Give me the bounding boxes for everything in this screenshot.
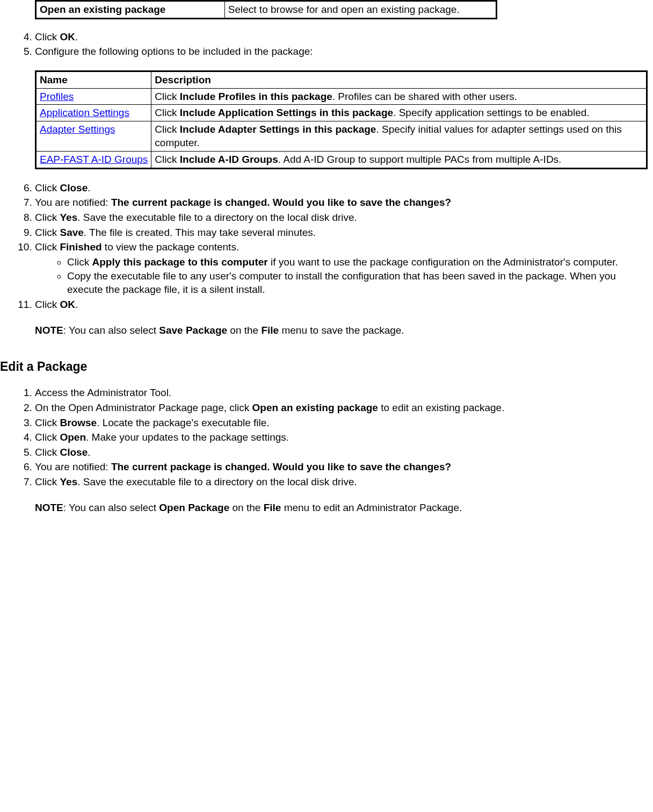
bold: Include Application Settings in this pac… (180, 107, 393, 118)
table-row: Application Settings Click Include Appli… (36, 105, 647, 121)
note-open-package: NOTE: You can also select Open Package o… (35, 501, 648, 515)
desc-cell: Click Include Application Settings in th… (151, 105, 647, 121)
open-existing-table: Open an existing package Select to brows… (35, 0, 497, 19)
link-application-settings[interactable]: Application Settings (40, 107, 129, 118)
text: . (88, 447, 90, 458)
edit-step-3: Click Browse. Locate the package's execu… (35, 416, 648, 430)
bold: Yes (60, 476, 77, 487)
text: Click (35, 241, 60, 253)
edit-step-5: Click Close. (35, 445, 648, 459)
options-table: Name Description Profiles Click Include … (35, 70, 648, 169)
bold: OK (60, 31, 75, 42)
note-save-package: NOTE: You can also select Save Package o… (35, 324, 648, 337)
table-row: Open an existing package Select to brows… (36, 1, 497, 19)
bold: Save Package (159, 325, 227, 336)
text: to view the package contents. (102, 241, 240, 253)
text: You are notified: (35, 461, 111, 472)
text: Click (155, 154, 179, 165)
step-6: Click Close. (35, 181, 648, 195)
text: Click (35, 31, 60, 42)
col-description: Description (151, 71, 647, 88)
text: . Make your updates to the package setti… (86, 432, 289, 443)
text: Click (155, 124, 179, 135)
create-package-steps: Click OK. Configure the following option… (16, 30, 648, 337)
edit-step-4: Click Open. Make your updates to the pac… (35, 430, 648, 444)
note-label: NOTE (35, 502, 63, 513)
text: to edit an existing package. (378, 402, 505, 413)
bold: Browse (60, 417, 97, 428)
open-existing-desc: Select to browse for and open an existin… (224, 1, 496, 19)
text: . (75, 31, 78, 42)
step-8: Click Yes. Save the executable file to a… (35, 211, 648, 225)
bold: Save (60, 227, 83, 238)
text: . Add A-ID Group to support multiple PAC… (278, 154, 562, 165)
bold: OK (60, 299, 75, 310)
text: . Save the executable file to a director… (77, 212, 357, 223)
table-row: Adapter Settings Click Include Adapter S… (36, 121, 647, 151)
table-row: EAP-FAST A-ID Groups Click Include A-ID … (36, 152, 647, 169)
step-10-sublist: Click Apply this package to this compute… (56, 255, 648, 297)
text: Copy the executable file to any user's c… (67, 270, 616, 296)
bold: Include Adapter Settings in this package (180, 124, 376, 135)
text: on the (227, 325, 261, 336)
text: Click (35, 476, 60, 487)
bold: Open an existing package (252, 402, 378, 413)
text: : You can also select (63, 325, 159, 336)
edit-step-6: You are notified: The current package is… (35, 460, 648, 474)
bold: Open (60, 432, 86, 443)
bold: File (264, 502, 281, 513)
desc-cell: Click Include Profiles in this package. … (151, 88, 647, 105)
text: . Save the executable file to a director… (77, 476, 357, 487)
text: Click (67, 256, 92, 268)
bold: Close (60, 447, 88, 458)
edit-step-1: Access the Administrator Tool. (35, 386, 648, 400)
text: on the (229, 502, 263, 513)
bold: Include A-ID Groups (180, 154, 278, 165)
text: menu to edit an Administrator Package. (281, 502, 462, 513)
step-7: You are notified: The current package is… (35, 196, 648, 210)
text: . Locate the package's executable file. (97, 417, 270, 428)
open-existing-package-row: Open an existing package Select to brows… (35, 0, 497, 19)
bold: Include Profiles in this package (180, 91, 332, 102)
note-label: NOTE (35, 325, 63, 336)
bold: Yes (60, 212, 77, 223)
table-row: Profiles Click Include Profiles in this … (36, 88, 647, 105)
bold: The current package is changed. Would yo… (111, 461, 451, 472)
bold: Finished (60, 241, 101, 253)
edit-step-7: Click Yes. Save the executable file to a… (35, 475, 648, 514)
col-name: Name (36, 71, 151, 88)
text: . (75, 299, 78, 310)
text: . The file is created. This may take sev… (84, 227, 316, 238)
link-adapter-settings[interactable]: Adapter Settings (40, 124, 115, 135)
bold: The current package is changed. Would yo… (111, 197, 451, 208)
open-existing-label: Open an existing package (36, 1, 225, 19)
text: . (88, 182, 90, 193)
text: You are notified: (35, 197, 111, 208)
link-profiles[interactable]: Profiles (40, 91, 74, 102)
text: Click (155, 107, 179, 118)
text: if you want to use the package configura… (268, 256, 618, 268)
text: Click (35, 227, 60, 238)
text: Configure the following options to be in… (35, 46, 313, 57)
desc-cell: Click Include A-ID Groups. Add A-ID Grou… (151, 152, 647, 169)
step-4: Click OK. (35, 30, 648, 44)
list-item: Copy the executable file to any user's c… (67, 269, 648, 297)
bold: Apply this package to this computer (92, 256, 267, 268)
text: On the Open Administrator Package page, … (35, 402, 252, 413)
bold: File (261, 325, 279, 336)
step-9: Click Save. The file is created. This ma… (35, 226, 648, 240)
text: menu to save the package. (279, 325, 404, 336)
step-5: Configure the following options to be in… (35, 45, 648, 169)
edit-package-steps: Access the Administrator Tool. On the Op… (16, 386, 648, 514)
heading-edit-a-package: Edit a Package (0, 358, 653, 375)
table-header-row: Name Description (36, 71, 647, 88)
text: Click (35, 299, 60, 310)
text: . Profiles can be shared with other user… (332, 91, 517, 102)
text: . Specify application settings to be ena… (393, 107, 589, 118)
text: Click (35, 447, 60, 458)
bold: Close (60, 182, 88, 193)
step-11: Click OK. NOTE: You can also select Save… (35, 298, 648, 337)
desc-cell: Click Include Adapter Settings in this p… (151, 121, 647, 151)
list-item: Click Apply this package to this compute… (67, 255, 648, 269)
link-eap-fast-aid-groups[interactable]: EAP-FAST A-ID Groups (40, 154, 148, 165)
